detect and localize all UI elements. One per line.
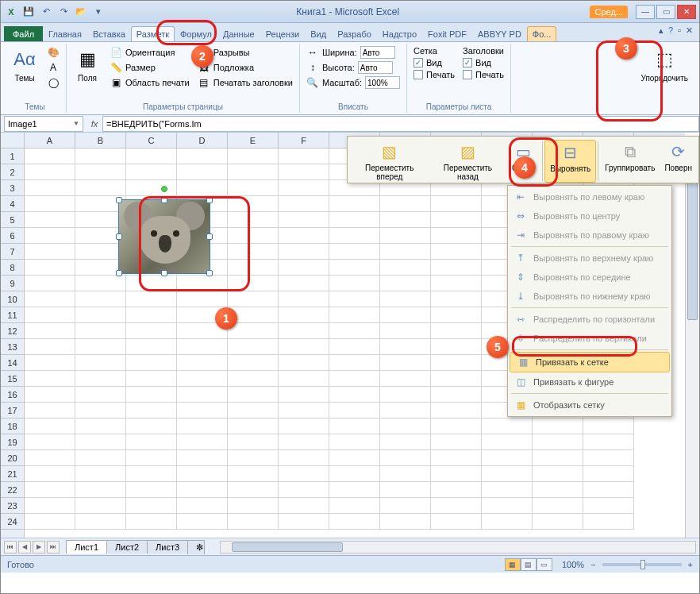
cell[interactable] [482,466,533,482]
distribute-v-item[interactable]: ⇳Распределить по вертикали [508,329,671,348]
column-header[interactable]: A [25,133,75,148]
cell[interactable] [177,434,228,450]
cell[interactable] [380,371,431,387]
cell[interactable] [329,276,380,291]
cell[interactable] [279,276,329,291]
cell[interactable] [75,355,126,371]
cell[interactable] [126,371,177,387]
cell[interactable] [25,276,75,291]
cell[interactable] [25,260,75,276]
cell[interactable] [380,323,431,339]
cell[interactable] [177,418,228,434]
cell[interactable] [482,418,533,434]
cell[interactable] [482,450,533,466]
send-backward-button[interactable]: ▨Переместить назад [429,140,506,183]
cell[interactable] [482,514,533,530]
cell[interactable] [533,450,583,466]
cell[interactable] [431,339,482,355]
margins-button[interactable]: ▦ Поля [71,45,103,84]
cell[interactable] [279,450,329,466]
cell[interactable] [228,180,279,196]
fit-scale-input[interactable] [365,76,400,89]
cell[interactable] [279,228,329,244]
resize-handle-sw[interactable] [116,270,122,276]
name-box[interactable]: Image1 ▼ [4,116,83,132]
cell[interactable] [25,339,75,355]
cell[interactable] [177,514,228,530]
row-header[interactable]: 4 [1,196,24,212]
row-header[interactable]: 23 [1,498,24,514]
gridlines-view-check[interactable]: ✓Вид [412,57,456,68]
cell[interactable] [380,498,431,514]
tab-review[interactable]: Рецензи [260,26,306,41]
cell[interactable] [380,355,431,371]
cell[interactable] [126,498,177,514]
theme-fonts-button[interactable]: A [45,60,61,75]
snap-to-shape-item[interactable]: ◫Привязать к фигуре [508,372,671,392]
undo-icon[interactable]: ↶ [39,5,53,19]
cell[interactable] [177,466,228,482]
cell[interactable] [25,514,75,530]
row-header[interactable]: 12 [1,323,24,339]
print-titles-button[interactable]: ▤Печатать заголовки [196,75,294,90]
rotate-button[interactable]: ⟳Поверн [660,140,697,183]
cell[interactable] [228,418,279,434]
cell[interactable] [329,355,380,371]
cell[interactable] [279,323,329,339]
cell[interactable] [279,498,329,514]
cell[interactable] [380,450,431,466]
align-left-item[interactable]: ⇤Выровнять по левому краю [508,187,671,206]
cell[interactable] [380,244,431,260]
cell[interactable] [329,323,380,339]
row-header[interactable]: 7 [1,244,24,260]
cell[interactable] [25,434,75,450]
cell[interactable] [279,371,329,387]
cell[interactable] [279,482,329,498]
cell[interactable] [431,387,482,403]
cell[interactable] [228,403,279,418]
cell[interactable] [25,371,75,387]
cell[interactable] [533,466,583,482]
cell[interactable] [329,514,380,530]
cell[interactable] [380,387,431,403]
cell[interactable] [25,450,75,466]
cell[interactable] [25,403,75,418]
sheet-tab-3[interactable]: Лист3 [147,540,188,554]
cell[interactable] [380,482,431,498]
cell[interactable] [75,371,126,387]
qat-more-icon[interactable]: ▾ [91,5,106,19]
distribute-h-item[interactable]: ⇿Распределить по горизонтали [508,310,671,329]
cell[interactable] [431,244,482,260]
cell[interactable] [279,260,329,276]
cell[interactable] [228,466,279,482]
cell[interactable] [228,339,279,355]
cell[interactable] [177,482,228,498]
cell[interactable] [228,387,279,403]
cell[interactable] [126,387,177,403]
align-button[interactable]: ⊟Выровнять [544,140,596,183]
cell[interactable] [126,418,177,434]
window-close-icon[interactable]: ✕ [686,25,693,36]
cell[interactable] [228,498,279,514]
cell[interactable] [75,387,126,403]
cell[interactable] [25,323,75,339]
cell[interactable] [228,434,279,450]
cell[interactable] [75,180,126,196]
cell[interactable] [25,466,75,482]
cell[interactable] [329,228,380,244]
orientation-button[interactable]: 📄Ориентация [108,45,191,60]
cell[interactable] [431,307,482,323]
cell[interactable] [75,148,126,164]
close-button[interactable]: ✕ [677,5,696,19]
column-header[interactable]: B [75,133,126,148]
cell[interactable] [329,434,380,450]
zoom-out-button[interactable]: − [590,560,595,569]
tab-view[interactable]: Вид [305,26,332,41]
column-header[interactable]: D [177,133,228,148]
cell[interactable] [431,291,482,307]
cell[interactable] [279,291,329,307]
cell[interactable] [329,260,380,276]
cell[interactable] [126,323,177,339]
themes-button[interactable]: Aα Темы [9,45,40,84]
cell[interactable] [380,339,431,355]
